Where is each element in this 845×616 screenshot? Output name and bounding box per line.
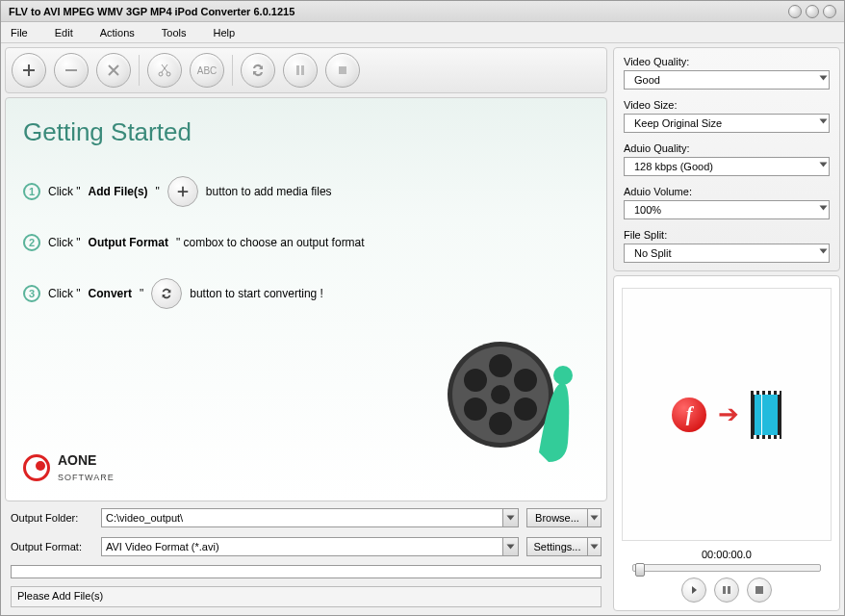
- svg-point-15: [553, 366, 573, 385]
- audio-volume-label: Aduio Volume:: [624, 186, 830, 197]
- cut-button[interactable]: [147, 53, 182, 88]
- convert-icon: [151, 278, 182, 309]
- chevron-down-icon: [821, 204, 826, 212]
- menu-edit[interactable]: Edit: [55, 27, 73, 38]
- audio-volume-select[interactable]: 100%: [624, 200, 830, 219]
- svg-point-12: [514, 369, 537, 392]
- output-folder-label: Output Folder:: [11, 512, 93, 524]
- menu-actions[interactable]: Actions: [100, 27, 135, 38]
- remove-button[interactable]: [54, 53, 89, 88]
- svg-point-9: [489, 354, 512, 377]
- svg-point-1: [159, 72, 163, 76]
- video-quality-label: Video Quality:: [624, 56, 830, 67]
- logo-icon: [23, 454, 50, 481]
- rename-button[interactable]: ABC: [190, 53, 224, 88]
- status-bar: Please Add File(s): [11, 586, 602, 607]
- audio-quality-select[interactable]: 128 kbps (Good): [624, 157, 830, 176]
- chevron-down-icon: [502, 509, 518, 526]
- file-split-label: File Split:: [624, 229, 830, 241]
- flash-icon: f: [672, 398, 706, 432]
- step-1-number: 1: [23, 183, 40, 200]
- stop-preview-button[interactable]: [747, 578, 772, 603]
- svg-point-2: [166, 72, 170, 76]
- video-size-select[interactable]: Keep Original Size: [624, 114, 830, 133]
- output-folder-row: Output Folder: C:\video_output\ Browse..…: [5, 505, 607, 530]
- window-title: FLV to AVI MPEG WMV 3GP MP4 iPod Convert…: [9, 6, 788, 17]
- getting-started-panel: Getting Started 1 Click "Add File(s)" bu…: [5, 97, 607, 501]
- svg-point-10: [489, 412, 512, 435]
- chevron-down-icon: [587, 509, 601, 526]
- maximize-button[interactable]: [806, 5, 819, 18]
- add-button[interactable]: [12, 53, 46, 88]
- svg-point-13: [464, 398, 487, 421]
- plus-icon: [167, 176, 198, 207]
- preview-panel: f ➔ 00:00:00.0: [613, 275, 840, 611]
- file-split-select[interactable]: No Split: [624, 244, 830, 263]
- svg-rect-18: [755, 586, 763, 594]
- svg-rect-4: [301, 65, 304, 75]
- browse-button[interactable]: Browse...: [526, 508, 602, 527]
- step-3-number: 3: [23, 285, 40, 302]
- output-format-label: Output Format:: [11, 541, 93, 552]
- chevron-down-icon: [587, 538, 601, 555]
- output-format-row: Output Format: AVI Video Format (*.avi) …: [5, 534, 607, 559]
- aone-logo: AONESOFTWARE: [23, 452, 115, 483]
- film-reel-icon: [433, 318, 587, 472]
- arrow-right-icon: ➔: [718, 399, 739, 429]
- svg-rect-5: [339, 66, 346, 74]
- settings-panel: Video Quality: Good Video Size: Keep Ori…: [613, 47, 840, 271]
- chevron-down-icon: [821, 161, 826, 168]
- preview-image: f ➔: [622, 288, 832, 541]
- video-quality-select[interactable]: Good: [624, 70, 830, 90]
- menu-help[interactable]: Help: [213, 27, 235, 38]
- preview-time: 00:00:00.0: [702, 549, 752, 560]
- svg-point-8: [491, 385, 510, 404]
- close-button[interactable]: [823, 5, 836, 18]
- svg-rect-16: [723, 586, 726, 594]
- stop-button[interactable]: [325, 53, 360, 88]
- toolbar: ABC: [5, 47, 607, 93]
- svg-rect-3: [296, 65, 299, 75]
- pause-button[interactable]: [283, 53, 318, 88]
- progress-bar: [11, 565, 602, 578]
- step-2: 2 Click "Output Format" combox to choose…: [23, 234, 589, 251]
- step-3: 3 Click "Convert" button to start conver…: [23, 278, 589, 309]
- play-button[interactable]: [681, 578, 706, 603]
- settings-button[interactable]: Settings...: [526, 537, 602, 556]
- clear-button[interactable]: [96, 53, 131, 88]
- menu-tools[interactable]: Tools: [162, 27, 187, 38]
- output-folder-combo[interactable]: C:\video_output\: [101, 508, 519, 527]
- film-icon: [751, 391, 781, 439]
- menu-file[interactable]: File: [11, 27, 28, 38]
- titlebar: FLV to AVI MPEG WMV 3GP MP4 iPod Convert…: [1, 1, 844, 22]
- chevron-down-icon: [502, 538, 518, 555]
- video-size-label: Video Size:: [624, 99, 830, 111]
- convert-button[interactable]: [241, 53, 275, 88]
- audio-quality-label: Aduio Quality:: [624, 142, 830, 154]
- step-1: 1 Click "Add File(s)" button to add medi…: [23, 176, 589, 207]
- output-format-combo[interactable]: AVI Video Format (*.avi): [101, 537, 519, 556]
- minimize-button[interactable]: [788, 5, 802, 18]
- svg-point-14: [514, 398, 537, 421]
- chevron-down-icon: [821, 117, 826, 125]
- chevron-down-icon: [821, 74, 826, 82]
- svg-point-11: [464, 369, 487, 392]
- chevron-down-icon: [821, 247, 826, 255]
- menubar: File Edit Actions Tools Help: [1, 22, 844, 43]
- svg-rect-17: [728, 586, 730, 594]
- step-2-number: 2: [23, 234, 40, 251]
- getting-started-heading: Getting Started: [23, 117, 589, 147]
- pause-preview-button[interactable]: [714, 578, 739, 603]
- svg-rect-0: [65, 69, 77, 71]
- preview-slider[interactable]: [632, 564, 821, 572]
